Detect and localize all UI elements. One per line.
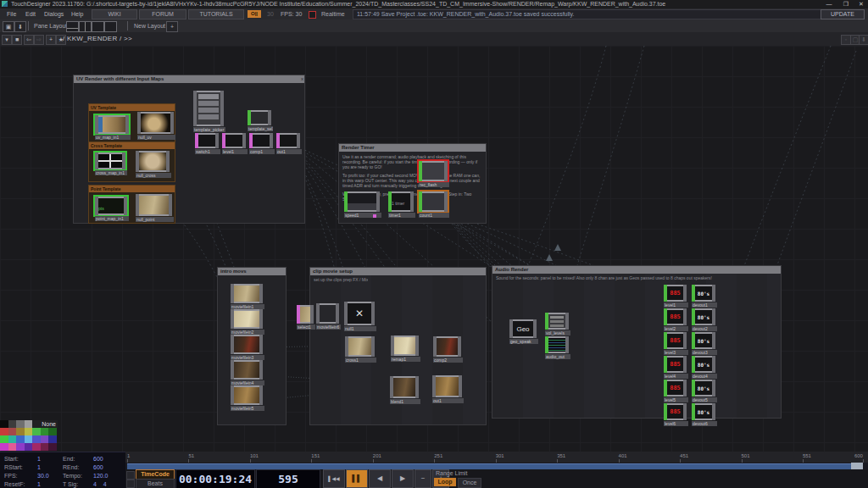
menu-edit[interactable]: Edit xyxy=(23,8,38,19)
back-icon[interactable]: ⇦ xyxy=(24,35,34,45)
clip-fx-node[interactable] xyxy=(391,336,419,356)
update-button[interactable]: UPDATE xyxy=(821,9,865,19)
timeline-ruler[interactable]: 151101151201251301351401451501551600 xyxy=(125,452,868,463)
null-x-node[interactable]: ✕ xyxy=(344,302,375,325)
pane-collapse-icon[interactable]: ⬇ xyxy=(859,35,868,45)
clip-fx-node[interactable] xyxy=(433,336,461,357)
palette-swatch[interactable] xyxy=(25,435,33,443)
chain-node[interactable] xyxy=(276,133,300,148)
palette-swatch[interactable] xyxy=(32,435,41,443)
vol-levels-node[interactable] xyxy=(545,313,569,330)
palette-swatch[interactable] xyxy=(16,443,25,451)
maximize-button[interactable]: ❐ xyxy=(839,0,853,8)
template-picker-node[interactable] xyxy=(193,91,224,126)
setting-value[interactable]: 600 xyxy=(93,463,103,472)
step-back-button[interactable]: − xyxy=(415,469,431,488)
palette-swatch[interactable] xyxy=(8,443,17,451)
palette-swatch[interactable] xyxy=(16,435,25,443)
frame-display[interactable]: 595 xyxy=(256,469,320,488)
pause-indicator[interactable]: O|| xyxy=(248,10,261,18)
wiki-button[interactable]: WIKI xyxy=(92,9,137,19)
uv-map-node[interactable] xyxy=(95,115,129,134)
pane-preset-4[interactable] xyxy=(104,21,117,32)
beats-mode-button[interactable]: Beats xyxy=(136,479,175,488)
movie-node[interactable] xyxy=(231,360,263,380)
add-layout-button[interactable]: + xyxy=(166,21,178,32)
palette-swatch[interactable] xyxy=(0,420,8,428)
palette-swatch[interactable] xyxy=(0,443,8,451)
audio-devout-node[interactable]: 80's xyxy=(692,332,715,349)
pane-preset-2[interactable] xyxy=(79,21,92,32)
palette-none-label[interactable]: None xyxy=(31,420,58,428)
menu-dialogs[interactable]: Dialogs xyxy=(42,8,66,19)
palette-swatch[interactable] xyxy=(25,420,33,428)
record-node[interactable] xyxy=(419,161,448,181)
audio-devout-node[interactable]: 80's xyxy=(692,380,715,396)
audio-mix-node[interactable] xyxy=(545,336,569,353)
audio-devout-node[interactable]: 80's xyxy=(692,308,715,325)
palette-swatch[interactable] xyxy=(16,428,25,435)
palette-swatch[interactable] xyxy=(48,443,57,451)
cross-map-node[interactable] xyxy=(95,152,125,169)
movie-node[interactable] xyxy=(231,284,263,303)
forum-button[interactable]: FORUM xyxy=(139,9,186,19)
playhead[interactable] xyxy=(851,463,863,469)
pause-button[interactable]: ▌▌ xyxy=(346,469,368,488)
template-select-node[interactable] xyxy=(248,110,271,125)
palette-swatch[interactable] xyxy=(8,428,17,435)
timeline-settings[interactable]: Start: 1 End: 600RStart: 1 REnd: 600FPS:… xyxy=(0,452,125,488)
option-mini-icon[interactable] xyxy=(126,471,135,480)
save-layout-icon[interactable]: ⬇ xyxy=(14,21,26,32)
clip-out-node[interactable] xyxy=(390,376,419,398)
palette-swatch[interactable] xyxy=(25,443,33,451)
audio-level-node[interactable]: 885 xyxy=(664,380,687,396)
audio-devout-node[interactable]: 80's xyxy=(692,356,715,373)
audio-level-node[interactable]: 885 xyxy=(664,308,687,325)
menu-help[interactable]: Help xyxy=(69,8,86,19)
pane-preset-3[interactable] xyxy=(92,21,104,32)
palette-swatch[interactable] xyxy=(41,428,49,435)
palette-swatch[interactable] xyxy=(32,443,41,451)
minimize-button[interactable]: — xyxy=(822,0,836,8)
palette-swatch[interactable] xyxy=(25,428,33,435)
chain-node[interactable] xyxy=(222,133,246,148)
option-mini-icon[interactable] xyxy=(126,480,135,488)
setting-value[interactable]: 1 xyxy=(37,480,41,488)
palette-swatch[interactable] xyxy=(0,435,8,443)
go-start-button[interactable]: ▌◀◀ xyxy=(323,469,345,488)
palette-swatch[interactable] xyxy=(41,435,49,443)
clip-movie-node[interactable] xyxy=(316,303,339,324)
palette-swatch[interactable] xyxy=(16,420,25,428)
palette-swatch[interactable] xyxy=(0,428,8,435)
uv-group-title[interactable]: UV Render with different Input Maps xyxy=(74,75,304,83)
setting-value[interactable]: 120.0 xyxy=(93,472,108,480)
range-bar[interactable] xyxy=(127,463,863,469)
color-palette[interactable]: None xyxy=(0,420,57,451)
palette-swatch[interactable] xyxy=(48,428,57,435)
movie-node[interactable] xyxy=(231,309,263,329)
realtime-checkbox[interactable] xyxy=(309,11,316,19)
pane-preset-1[interactable] xyxy=(66,21,79,32)
audio-level-node[interactable]: 885 xyxy=(664,356,687,373)
menu-file[interactable]: File xyxy=(4,8,19,19)
clip-out-node[interactable] xyxy=(432,375,462,397)
setting-value[interactable]: 30.0 xyxy=(37,472,49,480)
play-reverse-button[interactable]: ◀ xyxy=(369,469,391,488)
count-node[interactable] xyxy=(419,191,448,212)
loop-button[interactable]: Loop xyxy=(434,478,456,486)
palette-swatch[interactable] xyxy=(8,420,17,428)
setting-value[interactable]: 1 xyxy=(37,463,41,472)
timeline-range[interactable] xyxy=(125,463,868,469)
movie-node[interactable] xyxy=(231,335,263,354)
tutorials-button[interactable]: TUTORIALS xyxy=(188,9,244,19)
forward-icon[interactable]: ⇨ xyxy=(34,35,44,45)
pane-type-icon[interactable]: ■ xyxy=(12,35,22,45)
movie-node[interactable] xyxy=(231,385,263,405)
window-placement-icon[interactable]: ▣ xyxy=(3,21,14,32)
audio-level-node[interactable]: 885 xyxy=(664,285,687,302)
setting-value[interactable]: 600 xyxy=(93,455,103,463)
chain-node[interactable] xyxy=(249,133,273,148)
palette-swatch[interactable] xyxy=(32,428,41,435)
timecode-display[interactable]: 00:00:19:24 xyxy=(175,469,255,488)
audio-devout-node[interactable]: 80's xyxy=(692,403,715,420)
